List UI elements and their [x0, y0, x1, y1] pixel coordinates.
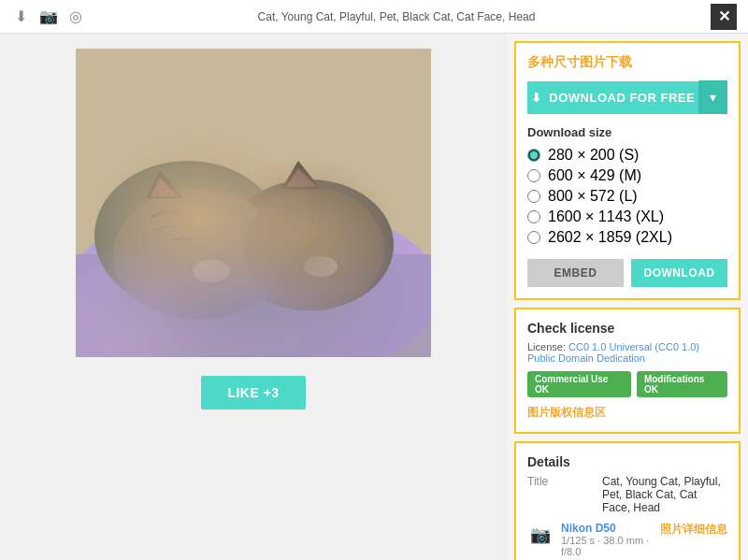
- camera-model[interactable]: Nikon D50: [561, 522, 653, 535]
- share-icon[interactable]: ◎: [66, 6, 86, 28]
- download-icon[interactable]: ⬇: [11, 6, 31, 28]
- cat-svg: [76, 49, 431, 357]
- camera-details: Nikon D50 1/125 s · 38.0 mm · f/8.0: [561, 522, 653, 557]
- svg-point-11: [304, 256, 338, 277]
- size-option-l[interactable]: 800 × 572 (L): [527, 188, 727, 205]
- license-title: Check license: [527, 321, 727, 336]
- download-button[interactable]: DOWNLOAD: [631, 259, 727, 287]
- size-options: 280 × 200 (S) 600 × 429 (M) 800 × 572 (L…: [527, 147, 727, 246]
- size-option-s[interactable]: 280 × 200 (S): [527, 147, 727, 164]
- size-radio-l[interactable]: [527, 190, 540, 203]
- like-button[interactable]: LIKE +3: [201, 376, 305, 409]
- svg-point-7: [244, 189, 384, 310]
- svg-rect-0: [76, 49, 431, 357]
- details-title: Details: [527, 454, 727, 469]
- action-buttons: EMBED DOWNLOAD: [527, 259, 727, 287]
- main-content: LIKE +3 多种尺寸图片下载 ⬇ DOWNLOAD FOR FREE ▾ D…: [0, 34, 748, 560]
- size-label-xl: 1600 × 1143 (XL): [548, 208, 664, 225]
- svg-marker-14: [281, 161, 321, 189]
- camera-action-icon[interactable]: 📷: [38, 6, 58, 28]
- svg-marker-12: [146, 170, 183, 198]
- size-radio-m[interactable]: [527, 169, 540, 182]
- size-option-m[interactable]: 600 × 429 (M): [527, 167, 727, 184]
- license-badges: Commercial Use OK Modifications OK: [527, 371, 727, 397]
- title-label: Title: [527, 475, 602, 514]
- svg-point-4: [94, 161, 281, 310]
- modifications-badge: Modifications OK: [637, 371, 727, 397]
- commercial-use-badge: Commercial Use OK: [527, 371, 631, 397]
- camera-icon: 📷: [527, 522, 554, 548]
- size-radio-xl[interactable]: [527, 210, 540, 223]
- license-text: License: CC0 1.0 Universal (CC0 1.0) Pub…: [527, 341, 727, 364]
- license-prefix: License:: [527, 341, 568, 352]
- top-bar: ⬇ 📷 ◎ Cat, Young Cat, Playful, Pet, Blac…: [0, 0, 748, 34]
- size-option-2xl[interactable]: 2602 × 1859 (2XL): [527, 229, 727, 246]
- download-btn-row: ⬇ DOWNLOAD FOR FREE ▾: [527, 80, 727, 114]
- svg-point-10: [193, 260, 230, 282]
- svg-point-6: [113, 189, 281, 320]
- size-label-2xl: 2602 × 1859 (2XL): [548, 229, 672, 246]
- download-for-free-button[interactable]: ⬇ DOWNLOAD FOR FREE: [527, 81, 698, 114]
- size-label-s: 280 × 200 (S): [548, 147, 639, 164]
- svg-marker-13: [151, 178, 179, 196]
- svg-rect-3: [76, 254, 431, 357]
- download-section: 多种尺寸图片下载 ⬇ DOWNLOAD FOR FREE ▾ Download …: [514, 41, 741, 300]
- close-button[interactable]: ✕: [711, 4, 737, 30]
- embed-button[interactable]: EMBED: [527, 259, 624, 287]
- left-panel: LIKE +3: [0, 34, 507, 560]
- right-panel: 多种尺寸图片下载 ⬇ DOWNLOAD FOR FREE ▾ Download …: [507, 34, 748, 560]
- size-radio-s[interactable]: [527, 149, 540, 162]
- size-label-m: 600 × 429 (M): [548, 167, 641, 184]
- svg-point-1: [76, 198, 431, 357]
- download-size-label: Download size: [527, 125, 727, 139]
- download-title-zh: 多种尺寸图片下载: [527, 54, 727, 71]
- size-label-l: 800 × 572 (L): [548, 188, 638, 205]
- camera-row: 📷 Nikon D50 1/125 s · 38.0 mm · f/8.0 照片…: [527, 522, 727, 557]
- license-zh-label: 图片版权信息区: [527, 405, 727, 421]
- page-title: Cat, Young Cat, Playful, Pet, Black Cat,…: [86, 10, 707, 23]
- svg-point-9: [314, 260, 324, 267]
- title-value: Cat, Young Cat, Playful, Pet, Black Cat,…: [602, 475, 727, 514]
- download-btn-label: DOWNLOAD FOR FREE: [549, 91, 695, 105]
- camera-zh-label: 照片详细信息: [660, 522, 727, 538]
- camera-settings: 1/125 s · 38.0 mm · f/8.0: [561, 535, 653, 557]
- download-arrow-icon: ⬇: [531, 91, 542, 105]
- details-section: Details Title Cat, Young Cat, Playful, P…: [514, 441, 741, 560]
- download-chevron-button[interactable]: ▾: [698, 80, 727, 114]
- cat-image: [76, 49, 431, 357]
- details-title-row: Title Cat, Young Cat, Playful, Pet, Blac…: [527, 475, 727, 514]
- size-option-xl[interactable]: 1600 × 1143 (XL): [527, 208, 727, 225]
- svg-point-8: [201, 265, 212, 272]
- svg-point-5: [225, 179, 394, 310]
- svg-point-2: [76, 254, 300, 357]
- svg-marker-15: [286, 168, 317, 187]
- license-section: Check license License: CC0 1.0 Universal…: [514, 308, 741, 434]
- size-radio-2xl[interactable]: [527, 231, 540, 244]
- image-container: [76, 49, 431, 357]
